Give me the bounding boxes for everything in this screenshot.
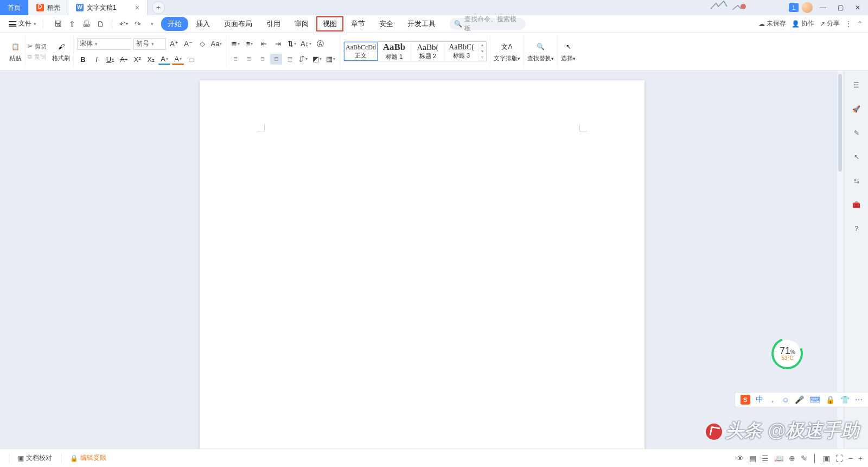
qat-undo-icon[interactable]: ↶▾ [118, 18, 130, 30]
app-menu-button[interactable]: 文件 ▾ [5, 19, 40, 28]
window-minimize-button[interactable]: — [816, 2, 830, 14]
tab-close-icon[interactable]: × [135, 3, 139, 12]
rail-pointer-icon[interactable]: ↖ [851, 151, 863, 163]
line-spacing-button[interactable]: ⇵▾ [297, 54, 309, 65]
qat-print-preview-icon[interactable]: 🗋 [94, 18, 106, 30]
status-fit-button[interactable]: ▣ [823, 454, 830, 463]
strikethrough-button[interactable]: A▾ [118, 54, 130, 65]
qat-redo-icon[interactable]: ↷ [132, 18, 144, 30]
rail-help-icon[interactable]: ? [851, 223, 863, 235]
qat-more-icon[interactable]: ▾ [146, 18, 158, 30]
user-avatar[interactable] [802, 2, 813, 13]
collapse-ribbon-button[interactable]: ⌃ [857, 20, 863, 28]
zoom-out-button[interactable]: − [848, 454, 853, 463]
new-tab-button[interactable]: + [152, 1, 165, 14]
scrollbar-thumb[interactable] [838, 74, 842, 172]
window-close-button[interactable]: ✕ [851, 2, 865, 14]
ime-skin-icon[interactable]: 👕 [840, 395, 850, 404]
ribbon-tab-view[interactable]: 视图 [316, 16, 343, 31]
menu-more-button[interactable]: ⋮ [845, 20, 852, 28]
para-spacing-button[interactable]: ⇅▾ [286, 39, 298, 49]
ime-lang-toggle[interactable]: 中 [756, 395, 763, 405]
align-left-button[interactable]: ≡ [229, 54, 241, 65]
status-view-outline-icon[interactable]: ☰ [762, 454, 769, 463]
ime-emoji-icon[interactable]: ☺ [782, 395, 789, 404]
ribbon-tab-security[interactable]: 安全 [373, 17, 400, 31]
italic-button[interactable]: I [91, 54, 103, 65]
tab-home[interactable]: 首页 [0, 0, 29, 15]
align-center-button[interactable]: ≡ [243, 54, 255, 65]
subscript-button[interactable]: X₂ [145, 54, 157, 65]
ime-punct-icon[interactable]: ， [769, 395, 776, 405]
font-size-combo[interactable]: 初号▾ [133, 38, 166, 50]
font-name-combo[interactable]: 宋体▾ [77, 38, 131, 50]
style-heading1[interactable]: AaBb标题 1 [378, 42, 411, 61]
unsaved-indicator[interactable]: ☁未保存 [758, 19, 786, 28]
status-restrict-editing[interactable]: 🔒编辑受限 [65, 453, 112, 463]
notification-badge[interactable]: 1 [789, 3, 799, 12]
ime-lock-icon[interactable]: 🔒 [826, 395, 835, 404]
command-search[interactable]: 🔍 查找命令、搜索模板 [450, 18, 526, 30]
collab-button[interactable]: 👤协作 [792, 19, 814, 28]
change-case-button[interactable]: Aa▾ [210, 39, 222, 49]
tab-document[interactable]: W 文字文稿1 × [68, 0, 148, 15]
share-button[interactable]: ↗分享 [820, 19, 840, 28]
indent-decrease-button[interactable]: ⇤ [258, 39, 270, 49]
ime-more-icon[interactable]: ⋯ [855, 395, 863, 404]
ribbon-tab-review[interactable]: 审阅 [288, 17, 315, 31]
ribbon-tab-devtools[interactable]: 开发工具 [401, 17, 442, 31]
copy-button[interactable]: ⧉复制 [28, 53, 47, 61]
qat-export-icon[interactable]: ⇪ [66, 18, 78, 30]
numbering-button[interactable]: ≡▾ [244, 39, 256, 49]
text-direction-button[interactable]: A↕▾ [300, 39, 312, 49]
qat-save-icon[interactable]: 🖫 [52, 18, 64, 30]
ribbon-tab-pagelayout[interactable]: 页面布局 [218, 17, 259, 31]
ribbon-tab-insert[interactable]: 插入 [189, 17, 216, 31]
document-page[interactable] [200, 80, 644, 449]
ime-voice-icon[interactable]: 🎤 [795, 395, 804, 404]
shading-button[interactable]: ◩▾ [311, 54, 323, 65]
select-group[interactable]: ↖ 选择▾ [558, 35, 579, 68]
qat-print-icon[interactable]: 🖶 [80, 18, 92, 30]
rail-settings-icon[interactable]: ⇆ [851, 175, 863, 187]
highlight-color-button[interactable]: A▾ [158, 54, 170, 65]
status-fullscreen-button[interactable]: ⛶ [835, 454, 843, 463]
style-heading3[interactable]: AaBbC(标题 3 [445, 42, 478, 61]
rail-collapse-icon[interactable]: ☰ [851, 79, 863, 91]
ribbon-tab-start[interactable]: 开始 [161, 17, 188, 31]
status-proofing[interactable]: ▣文档校对 [12, 453, 58, 463]
format-painter-icon[interactable]: 🖌 [55, 40, 68, 53]
borders-button[interactable]: ▦▾ [324, 54, 336, 65]
rail-rocket-icon[interactable]: 🚀 [851, 103, 863, 115]
bullets-button[interactable]: ≣▾ [229, 39, 241, 49]
editor-canvas[interactable] [0, 71, 844, 449]
font-color-button[interactable]: A▾ [172, 54, 184, 65]
superscript-button[interactable]: X² [131, 54, 143, 65]
tab-docker[interactable]: 稻壳 [29, 0, 68, 15]
ribbon-tab-references[interactable]: 引用 [260, 17, 287, 31]
ime-keyboard-icon[interactable]: ⌨ [809, 395, 820, 404]
window-maximize-button[interactable]: ▢ [833, 2, 847, 14]
style-gallery-scroll[interactable]: ▴▾▿ [478, 42, 486, 61]
zoom-in-button[interactable]: + [858, 454, 863, 463]
style-normal[interactable]: AaBbCcDd正文 [344, 42, 378, 61]
align-justify-button[interactable]: ≡ [270, 54, 282, 65]
ime-toolbar[interactable]: S 中 ， ☺ 🎤 ⌨ 🔒 👕 ⋯ [735, 392, 868, 407]
grow-font-button[interactable]: A⁺ [168, 39, 180, 49]
shrink-font-button[interactable]: A⁻ [182, 39, 194, 49]
ribbon-tab-section[interactable]: 章节 [344, 17, 372, 31]
status-view-read-icon[interactable]: 📖 [774, 454, 783, 463]
paste-icon[interactable]: 📋 [9, 40, 22, 53]
style-heading2[interactable]: AaBb(标题 2 [411, 42, 445, 61]
indent-increase-button[interactable]: ⇥ [272, 39, 284, 49]
align-right-button[interactable]: ≡ [257, 54, 269, 65]
status-view-eye-icon[interactable]: 👁 [736, 454, 744, 463]
bold-button[interactable]: B [77, 54, 89, 65]
distribute-button[interactable]: ≣ [284, 54, 296, 65]
text-layout-group[interactable]: 文A 文字排版▾ [490, 35, 524, 68]
cut-button[interactable]: ✂剪切 [28, 42, 47, 51]
rail-pencil-icon[interactable]: ✎ [851, 127, 863, 139]
find-replace-group[interactable]: 🔍 查找替换▾ [524, 35, 558, 68]
status-view-web-icon[interactable]: ⊕ [789, 454, 795, 463]
status-annotations-icon[interactable]: ✎ [801, 454, 807, 463]
